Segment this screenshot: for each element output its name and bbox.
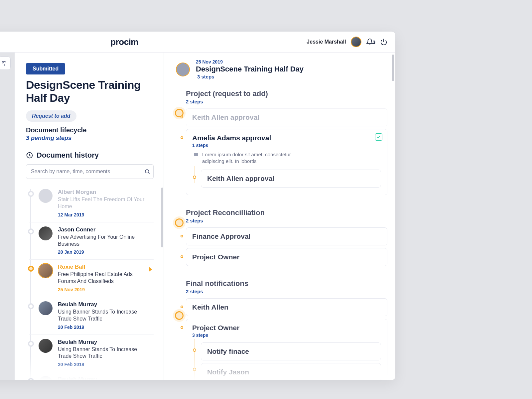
current-user-avatar[interactable] [351,37,361,47]
rail-btn-broadcast[interactable] [0,57,11,70]
history-name: Jason Conner [58,226,148,233]
detail-avatar [176,63,190,76]
comment-text: Lorem ipsum dolor sit amet, consectetur … [202,151,309,165]
history-name: Albert Morgan [58,189,148,196]
history-desc: Free Philippine Real Estate Ads Forums A… [58,271,148,285]
history-desc: Stair Lifts Feel The Freedom Of Your Hom… [58,196,148,210]
history-date: 20 Feb 2019 [58,325,148,330]
card-title: Project Owner [192,253,381,261]
history-name: Roxie Ball [58,264,148,270]
approval-card-finance[interactable]: Finance Approval [186,227,387,245]
power-icon[interactable] [380,38,387,46]
document-title: DesignScene Training Half Day [26,78,154,104]
history-item[interactable]: Beulah Murray Using Banner Stands To Inc… [29,297,154,335]
card-steps: 3 steps [192,332,381,338]
history-item[interactable]: Jason Conner Free Advertising For Your O… [29,222,154,260]
history-item[interactable]: Roxie Ball Free Philippine Real Estate A… [29,260,154,297]
history-item[interactable]: Beulah Murray Using Banner Stands To Inc… [29,372,154,380]
history-name: Beulah Murray [58,376,148,380]
checkmark-icon [375,133,382,141]
approval-card-owner[interactable]: Project Owner [186,248,387,266]
svg-line-12 [148,173,149,174]
section-project: Project (request to add) 2 steps Keith A… [186,89,387,195]
section-steps: 2 steps [186,99,387,104]
section-steps: 2 steps [186,218,387,223]
section-title: Project Reconcilliation [186,208,387,217]
detail-title: DesignScene Training Half Day [196,65,304,73]
bell-icon [366,38,373,46]
history-desc: Using Banner Stands To Increase Trade Sh… [58,346,148,360]
notify-card-jason[interactable]: Notify Jason [201,363,381,380]
card-title: Finance Approval [192,232,381,240]
broadcast-icon [1,60,7,66]
detail-header: 25 Nov 2019 DesignScene Training Half Da… [176,59,387,79]
pending-steps: 3 pending steps [26,135,154,142]
notify-card-keith[interactable]: Keith Allen [186,298,387,316]
detail-steps: 3 steps [196,74,304,79]
approval-card-keith-muted[interactable]: Keith Allen approval [186,108,387,126]
card-title: Keith Allen approval [192,113,381,121]
history-icon [26,152,33,159]
notifications-button[interactable]: 3 [366,38,375,46]
comment-icon [193,152,199,158]
history-date: 12 Mar 2019 [58,212,148,217]
approval-card-amelia[interactable]: Amelia Adams approval 1 steps Lorem ipsu… [186,129,387,195]
history-desc: Free Advertising For Your Online Busines… [58,234,148,248]
comment-row: Lorem ipsum dolor sit amet, consectetur … [192,151,381,165]
card-title: Amelia Adams approval [192,134,381,142]
sidebar-rail [0,53,15,380]
history-desc: Using Banner Stands To Increase Trade Sh… [58,309,148,323]
history-date: 25 Nov 2019 [58,287,148,292]
avatar [39,226,53,240]
history-title: Document history [37,151,99,160]
history-item[interactable]: Beulah Murray Using Banner Stands To Inc… [29,335,154,372]
approval-card-keith-sub[interactable]: Keith Allen approval [201,170,381,188]
avatar [39,189,53,203]
section-title: Project (request to add) [186,89,387,98]
svg-point-11 [145,170,149,173]
history-item[interactable]: Albert Morgan Stair Lifts Feel The Freed… [29,185,154,222]
chevron-right-icon [149,267,152,272]
app-window: ject Manager procim Jessie Marshall 3 [0,32,395,380]
card-title: Notify finace [207,347,375,355]
section-steps: 2 steps [186,289,387,294]
card-title: Notify Jason [207,368,375,376]
avatar [39,264,53,278]
card-title: Project Owner [192,324,381,332]
card-title: Keith Allen approval [207,175,375,183]
search-icon[interactable] [144,169,150,175]
current-user-name: Jessie Marshall [307,39,346,45]
notify-card-finance[interactable]: Notify finace [201,342,381,360]
detail-body: Project (request to add) 2 steps Keith A… [176,89,387,380]
detail-date: 25 Nov 2019 [196,59,304,65]
app-header: ject Manager procim Jessie Marshall 3 [0,32,395,53]
scrollbar[interactable] [161,188,163,247]
history-date: 20 Jan 2019 [58,249,148,255]
card-steps: 1 steps [192,143,381,148]
history-list: Albert Morgan Stair Lifts Feel The Freed… [26,185,154,380]
request-to-add-pill[interactable]: Request to add [26,110,76,122]
history-date: 20 Feb 2019 [58,362,148,367]
card-title: Keith Allen [192,303,381,311]
notify-card-owner[interactable]: Project Owner 3 steps Notify finace [186,319,387,380]
section-title: Final notifications [186,279,387,288]
history-name: Beulah Murray [58,339,148,345]
status-badge: Submitted [26,63,65,74]
right-pane: 25 Nov 2019 DesignScene Training Half Da… [164,53,395,380]
avatar [39,339,53,353]
app-logo: procim [110,37,138,47]
section-final: Final notifications 2 steps Keith Allen … [186,279,387,380]
scrollbar[interactable] [392,55,394,81]
lifecycle-title: Document lifecycle [26,126,154,134]
avatar [39,376,53,380]
avatar [39,301,53,315]
notification-count: 3 [373,39,375,45]
search-wrap [26,164,154,179]
svg-line-10 [4,64,5,66]
section-reconciliation: Project Reconcilliation 2 steps Finance … [186,208,387,266]
middle-pane: Submitted DesignScene Training Half Day … [15,53,164,380]
history-search-input[interactable] [26,164,154,179]
history-name: Beulah Murray [58,301,148,308]
